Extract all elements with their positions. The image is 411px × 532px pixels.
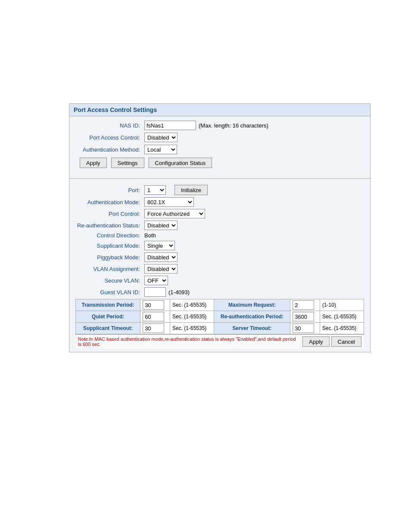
- control-direction-label: Control Direction:: [75, 232, 144, 239]
- secure-vlan-select[interactable]: OFF ON: [144, 276, 168, 285]
- server-timeout-label: Server Timeout:: [214, 323, 290, 334]
- nas-id-max: (Max. length: 16 characters): [199, 122, 268, 129]
- port-row: Port: 1234 5678 Initialize: [75, 185, 364, 195]
- nas-id-row: NAS ID: (Max. length: 16 characters): [75, 121, 364, 130]
- section-title: Port Access Control Settings: [69, 104, 370, 116]
- nas-id-label: NAS ID:: [75, 122, 144, 129]
- auth-method-label: Authentication Method:: [75, 146, 144, 153]
- vlan-assignment-row: VLAN Assignment: Disabled Enabled: [75, 264, 364, 274]
- piggyback-mode-row: Piggyback Mode: Disabled Enabled: [75, 252, 364, 262]
- transmission-period-input[interactable]: [143, 300, 164, 310]
- initialize-button[interactable]: Initialize: [174, 185, 208, 195]
- bottom-cancel-button[interactable]: Cancel: [331, 336, 361, 347]
- reauth-period-input[interactable]: [293, 312, 314, 321]
- quiet-period-label: Quiet Period:: [76, 311, 140, 323]
- supplicant-mode-select[interactable]: Single Multiple: [144, 241, 175, 250]
- divider-1: [69, 178, 370, 179]
- main-content: Port Access Control Settings NAS ID: (Ma…: [69, 103, 402, 352]
- table-row-3: Supplicant Timeout: Sec. (1-65535) Serve…: [76, 323, 364, 334]
- reauth-period-unit: Sec. (1-65535): [320, 311, 364, 323]
- control-direction-row: Control Direction: Both: [75, 232, 364, 239]
- top-settings-grid: NAS ID: (Max. length: 16 characters) Por…: [69, 116, 370, 176]
- max-request-cell: [290, 299, 320, 311]
- auth-mode-label: Authentication Mode:: [75, 199, 144, 205]
- guest-vlan-row: Guest VLAN ID: (1-4093): [75, 287, 364, 297]
- guest-vlan-input[interactable]: [144, 287, 166, 297]
- config-status-button[interactable]: Configuration Status: [149, 158, 212, 168]
- port-access-row: Port Access Control: Disabled Enabled: [75, 133, 364, 142]
- server-timeout-unit: Sec. (1-65535): [320, 323, 364, 334]
- secure-vlan-label: Secure VLAN:: [75, 277, 144, 284]
- note-text: Note:In MAC based authentication mode,re…: [78, 336, 299, 347]
- supplicant-mode-row: Supplicant Mode: Single Multiple: [75, 241, 364, 250]
- quiet-period-cell: [140, 311, 170, 323]
- page-wrapper: Port Access Control Settings NAS ID: (Ma…: [0, 0, 411, 532]
- port-section: Port: 1234 5678 Initialize Authenticatio…: [69, 181, 370, 352]
- port-access-select[interactable]: Disabled Enabled: [144, 133, 177, 142]
- vlan-assignment-label: VLAN Assignment:: [75, 266, 144, 272]
- settings-button[interactable]: Settings: [111, 158, 144, 168]
- port-select[interactable]: 1234 5678: [144, 185, 166, 195]
- auth-method-row: Authentication Method: Local RADIUS: [75, 145, 364, 154]
- secure-vlan-row: Secure VLAN: OFF ON: [75, 276, 364, 285]
- bottom-table: Transmission Period: Sec. (1-65535) Maxi…: [75, 299, 364, 334]
- quiet-period-input[interactable]: [143, 312, 164, 321]
- transmission-period-label: Transmission Period:: [76, 299, 140, 311]
- transmission-period-cell: [140, 299, 170, 311]
- max-request-unit: (1-10): [320, 299, 364, 311]
- table-row-1: Transmission Period: Sec. (1-65535) Maxi…: [76, 299, 364, 311]
- transmission-period-unit: Sec. (1-65535): [170, 299, 214, 311]
- page-title: Port Access Control Settings: [74, 106, 157, 113]
- apply-cancel-buttons: Apply Cancel: [302, 336, 361, 347]
- note-row: Note:In MAC based authentication mode,re…: [75, 334, 364, 348]
- piggyback-mode-select[interactable]: Disabled Enabled: [144, 252, 177, 262]
- port-label: Port:: [75, 187, 144, 193]
- guest-vlan-hint: (1-4093): [168, 289, 190, 296]
- bottom-apply-button[interactable]: Apply: [302, 336, 330, 347]
- auth-method-select[interactable]: Local RADIUS: [144, 145, 177, 154]
- port-control-row: Port Control: Force Authorized Force Una…: [75, 209, 364, 218]
- supplicant-timeout-unit: Sec. (1-65535): [170, 323, 214, 334]
- port-control-label: Port Control:: [75, 211, 144, 217]
- supplicant-timeout-cell: [140, 323, 170, 334]
- reauth-period-label: Re-authentication Period:: [214, 311, 290, 323]
- port-control-select[interactable]: Force Authorized Force Unauthorized Auto: [144, 209, 205, 218]
- auth-mode-select[interactable]: 802.1X MAC 802.1X or MAC: [144, 197, 194, 207]
- control-direction-value: Both: [144, 232, 156, 239]
- section-box: Port Access Control Settings NAS ID: (Ma…: [69, 103, 371, 352]
- port-access-label: Port Access Control:: [75, 134, 144, 141]
- max-request-label: Maximum Request:: [214, 299, 290, 311]
- reauth-period-cell: [290, 311, 320, 323]
- vlan-assignment-select[interactable]: Disabled Enabled: [144, 264, 177, 274]
- table-row-2: Quiet Period: Sec. (1-65535) Re-authenti…: [76, 311, 364, 323]
- supplicant-timeout-input[interactable]: [143, 324, 164, 333]
- quiet-period-unit: Sec. (1-65535): [170, 311, 214, 323]
- server-timeout-input[interactable]: [293, 324, 314, 333]
- auth-mode-row: Authentication Mode: 802.1X MAC 802.1X o…: [75, 197, 364, 207]
- top-button-row: Apply Settings Configuration Status: [75, 158, 364, 168]
- guest-vlan-label: Guest VLAN ID:: [75, 289, 144, 296]
- supplicant-mode-label: Supplicant Mode:: [75, 243, 144, 249]
- supplicant-timeout-label: Supplicant Timeout:: [76, 323, 140, 334]
- piggyback-mode-label: Piggyback Mode:: [75, 254, 144, 261]
- server-timeout-cell: [290, 323, 320, 334]
- reauth-status-row: Re-authentication Status: Disabled Enabl…: [75, 221, 364, 230]
- nas-id-input[interactable]: [144, 121, 196, 130]
- reauth-status-label: Re-authentication Status:: [75, 222, 144, 229]
- reauth-status-select[interactable]: Disabled Enabled: [144, 221, 177, 230]
- max-request-input[interactable]: [293, 300, 314, 310]
- apply-button[interactable]: Apply: [80, 158, 107, 168]
